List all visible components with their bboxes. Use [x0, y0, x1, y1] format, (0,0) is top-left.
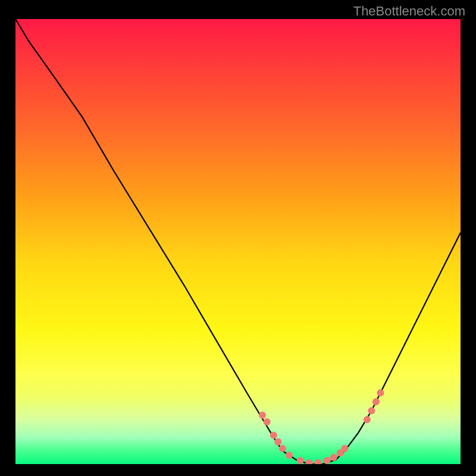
data-point: [279, 445, 286, 452]
data-point: [286, 452, 293, 459]
data-point: [315, 459, 322, 464]
data-point: [259, 412, 266, 419]
data-point: [377, 389, 384, 396]
data-point: [330, 454, 337, 461]
chart-plot-area: [15, 19, 461, 464]
data-point: [306, 459, 313, 464]
data-point: [274, 439, 281, 446]
highlighted-dots-group: [259, 389, 384, 464]
data-point: [372, 398, 380, 405]
data-point: [342, 445, 349, 452]
bottleneck-curve: [15, 19, 461, 464]
data-point: [364, 416, 371, 423]
data-point: [368, 407, 375, 414]
watermark-text: TheBottleneck.com: [353, 4, 465, 19]
data-point: [270, 431, 277, 439]
data-point: [297, 457, 304, 464]
chart-svg: [15, 19, 461, 464]
data-point: [324, 457, 331, 464]
data-point: [264, 418, 271, 425]
